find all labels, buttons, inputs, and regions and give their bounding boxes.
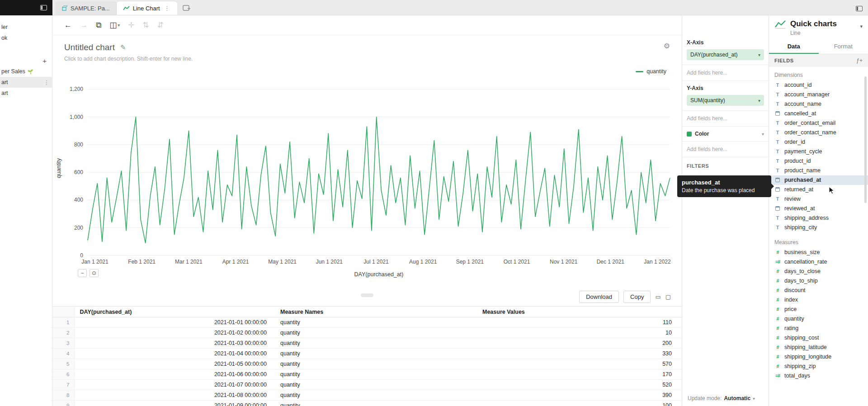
scrollbar-thumb[interactable] — [864, 76, 867, 203]
table-row[interactable]: 82021-01-08 00:00:00quantity390 — [52, 390, 682, 401]
edit-title-icon[interactable]: ✎ — [120, 43, 126, 52]
sidebar-item[interactable]: ok — [0, 33, 52, 43]
chevron-down-icon[interactable]: ▾ — [753, 396, 755, 401]
measure-value-cell[interactable]: 170 — [477, 369, 682, 380]
dimension-item-reviewed_at[interactable]: reviewed_at — [769, 204, 868, 213]
dimension-item-shipping_city[interactable]: Tshipping_city — [769, 223, 868, 232]
tab-format[interactable]: Format — [819, 40, 868, 54]
sidebar-item[interactable]: art — [0, 88, 52, 99]
dimension-item-account_manager[interactable]: Taccount_manager — [769, 90, 868, 99]
measure-name-cell[interactable]: quantity — [275, 401, 477, 406]
color-dropzone[interactable]: Add fields here... — [682, 142, 769, 157]
day-cell[interactable]: 2021-01-02 00:00:00 — [74, 328, 275, 338]
measure-name-cell[interactable]: quantity — [275, 317, 477, 328]
measure-value-cell[interactable]: 330 — [477, 349, 682, 359]
color-section[interactable]: Color ▾ — [682, 127, 769, 142]
sidebar-item[interactable]: ler — [0, 22, 52, 33]
dimension-item-payment_cycle[interactable]: Tpayment_cycle — [769, 147, 868, 156]
dimension-item-review[interactable]: Treview — [769, 194, 868, 204]
measure-name-cell[interactable]: quantity — [275, 390, 477, 401]
table-row[interactable]: 12021-01-01 00:00:00quantity110 — [52, 317, 682, 328]
day-cell[interactable]: 2021-01-01 00:00:00 — [74, 317, 275, 328]
resize-drag-handle[interactable] — [361, 293, 373, 297]
dimension-item-order_contact_email[interactable]: Torder_contact_email — [769, 118, 868, 128]
copy-button[interactable]: Copy — [623, 291, 651, 303]
update-mode-select[interactable]: Automatic — [724, 395, 750, 401]
table-row[interactable]: 52021-01-05 00:00:00quantity570 — [52, 359, 682, 369]
measure-value-cell[interactable]: 200 — [477, 338, 682, 349]
column-header-measure-names[interactable]: Measure Names — [275, 307, 477, 317]
measure-value-cell[interactable]: 100 — [477, 401, 682, 406]
bring-forward-icon[interactable]: ⧉ — [96, 21, 101, 30]
measure-value-cell[interactable]: 10 — [477, 328, 682, 338]
collapse-table-icon[interactable]: ▭ — [655, 293, 660, 300]
dimension-item-cancelled_at[interactable]: cancelled_at — [769, 109, 868, 118]
dimension-item-purchased_at[interactable]: purchased_at — [769, 175, 868, 185]
measure-item-shipping_latitude[interactable]: #shipping_latitude — [769, 343, 868, 352]
table-row[interactable]: 72021-01-07 00:00:00quantity520 — [52, 380, 682, 390]
y-axis-dropzone[interactable]: Add fields here... — [682, 111, 769, 127]
measure-item-index[interactable]: #index — [769, 295, 868, 305]
measure-item-discount[interactable]: #discount — [769, 286, 868, 295]
measure-item-shipping_longitude[interactable]: #shipping_longitude — [769, 352, 868, 362]
download-button[interactable]: Download — [579, 291, 619, 303]
measure-item-cancellation_rate[interactable]: =#cancellation_rate — [769, 257, 868, 267]
day-cell[interactable]: 2021-01-04 00:00:00 — [74, 349, 275, 359]
sidebar-item[interactable]: art⋮ — [0, 77, 52, 88]
measure-value-cell[interactable]: 390 — [477, 390, 682, 401]
new-chart-tab-button[interactable] — [177, 1, 196, 15]
table-row[interactable]: 42021-01-04 00:00:00quantity330 — [52, 349, 682, 359]
measure-item-total_days[interactable]: =#total_days — [769, 371, 868, 381]
dimension-item-product_id[interactable]: Tproduct_id — [769, 156, 868, 166]
table-row[interactable]: 22021-01-02 00:00:00quantity10 — [52, 328, 682, 338]
quick-charts-header[interactable]: Quick charts Line ▾ — [769, 15, 868, 40]
measure-name-cell[interactable]: quantity — [275, 380, 477, 390]
expand-table-icon[interactable]: ▢ — [665, 293, 671, 300]
measure-item-days_to_close[interactable]: #days_to_close — [769, 267, 868, 276]
measure-item-days_to_ship[interactable]: #days_to_ship — [769, 276, 868, 286]
x-axis-field-pill[interactable]: DAY(purchased_at) ▾ — [687, 49, 764, 60]
x-axis-dropzone[interactable]: Add fields here... — [682, 65, 769, 81]
dimension-item-order_id[interactable]: Torder_id — [769, 137, 868, 147]
column-header-day[interactable]: DAY(purchased_at) — [74, 307, 275, 317]
chevron-down-icon[interactable]: ▾ — [758, 98, 760, 103]
tab-sample-dashboard[interactable]: SAMPLE: Pa... — [55, 1, 117, 15]
measure-item-price[interactable]: #price — [769, 305, 868, 314]
add-function-icon[interactable]: ƒ+ — [856, 57, 863, 64]
measure-item-shipping_zip[interactable]: #shipping_zip — [769, 362, 868, 371]
dimension-item-product_name[interactable]: Tproduct_name — [769, 166, 868, 175]
table-row[interactable]: 62021-01-06 00:00:00quantity170 — [52, 369, 682, 380]
tab-data[interactable]: Data — [769, 40, 819, 54]
day-cell[interactable]: 2021-01-03 00:00:00 — [74, 338, 275, 349]
chevron-down-icon[interactable]: ▾ — [860, 24, 863, 29]
measure-item-rating[interactable]: #rating — [769, 324, 868, 333]
sidebar-item[interactable]: per Sales🌱 — [0, 66, 52, 77]
chevron-down-icon[interactable]: ▾ — [762, 132, 764, 137]
measure-name-cell[interactable]: quantity — [275, 338, 477, 349]
table-row[interactable]: 92021-01-09 00:00:00quantity100 — [52, 401, 682, 406]
back-arrow-icon[interactable]: ← — [64, 21, 72, 30]
day-cell[interactable]: 2021-01-05 00:00:00 — [74, 359, 275, 369]
table-row[interactable]: 32021-01-03 00:00:00quantity200 — [52, 338, 682, 349]
measure-item-business_size[interactable]: #business_size — [769, 248, 868, 257]
measure-name-cell[interactable]: quantity — [275, 359, 477, 369]
measure-item-shipping_cost[interactable]: #shipping_cost — [769, 333, 868, 343]
collapse-sidebar-icon[interactable] — [40, 5, 47, 10]
chevron-down-icon[interactable]: ▾ — [758, 52, 760, 57]
day-cell[interactable]: 2021-01-06 00:00:00 — [74, 369, 275, 380]
dimension-item-order_contact_name[interactable]: Torder_contact_name — [769, 128, 868, 137]
day-cell[interactable]: 2021-01-07 00:00:00 — [74, 380, 275, 390]
tab-menu-icon[interactable]: ⋮ — [163, 5, 171, 12]
pan-mode-button[interactable]: ⊙ — [90, 269, 99, 277]
item-menu-icon[interactable]: ⋮ — [44, 79, 50, 86]
y-axis-field-pill[interactable]: SUM(quantity) ▾ — [687, 95, 764, 106]
tab-line-chart[interactable]: Line Chart ⋮ — [117, 1, 177, 15]
measure-name-cell[interactable]: quantity — [275, 369, 477, 380]
chart-settings-icon[interactable]: ⚙ — [664, 42, 670, 50]
day-cell[interactable]: 2021-01-08 00:00:00 — [74, 390, 275, 401]
sidebar-add-button[interactable]: + — [0, 55, 52, 66]
measure-name-cell[interactable]: quantity — [275, 328, 477, 338]
collapse-right-panel-icon[interactable] — [856, 6, 863, 11]
column-header-measure-values[interactable]: Measure Values — [477, 307, 682, 317]
dimension-item-account_id[interactable]: Taccount_id — [769, 80, 868, 90]
